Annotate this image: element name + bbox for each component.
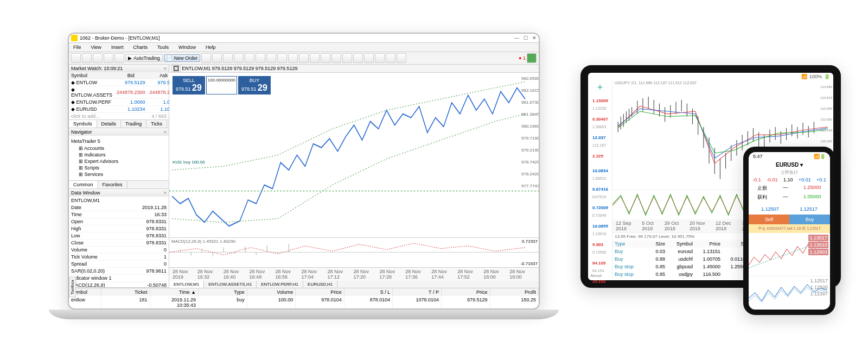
menu-charts[interactable]: Charts	[129, 43, 152, 52]
new-order-button[interactable]: 📄 New Order	[164, 54, 201, 62]
tab-ticks[interactable]: Ticks	[146, 120, 167, 128]
phone-close-order[interactable]: 平仓 #16910477 sell 1.10 在 1.12517	[749, 224, 830, 233]
toolbar-button[interactable]	[386, 53, 395, 63]
toolbar-button[interactable]	[82, 53, 92, 63]
tab-common[interactable]: Common	[69, 181, 98, 188]
macd-indicator[interactable]: MACD(12,26,9) 1.45321 1.40290 0.71537 -0…	[169, 238, 539, 268]
phone-sell-button[interactable]: Sell	[749, 215, 789, 224]
volume-step[interactable]: -0.01	[767, 177, 778, 182]
phone-buy-price: 1.12517	[800, 204, 818, 212]
tablet-quote[interactable]: 0.674160.67516	[588, 184, 612, 202]
toolbar-button[interactable]	[256, 53, 265, 63]
nav-indicators[interactable]: ⊞ Indicators	[71, 152, 167, 158]
phone-tick-chart: 1.130171.130101.12903	[749, 233, 830, 276]
toolbar-button[interactable]	[266, 53, 276, 63]
tab-symbols[interactable]: Symbols	[69, 120, 97, 128]
market-watch-panel: Market Watch: 15:09:21× SymbolBidAsk◆ EN…	[69, 65, 169, 128]
tab-trading[interactable]: Trading	[121, 120, 146, 128]
alert-icon[interactable]: ● 1	[519, 55, 526, 61]
tablet-quote[interactable]: 1.130091.13230	[588, 95, 612, 114]
nav-services[interactable]: ⊞ Services	[71, 171, 167, 178]
tablet-quotes[interactable]: + 1.130091.132300.304071.3066312.037112.…	[588, 80, 612, 278]
tablet-quote[interactable]: 0.304071.30663	[588, 114, 612, 132]
toolbar-button[interactable]	[353, 53, 363, 63]
toolbar-button[interactable]	[342, 53, 352, 63]
volume-step[interactable]: +0.01	[799, 177, 811, 182]
toolbar-button[interactable]	[299, 53, 309, 63]
tablet-quote[interactable]: 45.650	[588, 276, 612, 291]
signal-icon: 📶🔋	[814, 154, 826, 159]
quote-row[interactable]: ◆ EURUSD1.102341.10237	[69, 106, 180, 113]
tablet-quote[interactable]: 9.9030.72500	[588, 239, 612, 257]
titlebar: 1062 - Broker-Demo - [ENTLOW,M1] — ☐ ✕	[69, 34, 539, 43]
data-row: SAR(0.02,0.20)978.9611	[69, 268, 169, 275]
toolbar-button[interactable]	[104, 53, 113, 63]
toolbar-button[interactable]	[245, 53, 254, 63]
volume-step[interactable]: -0.1	[752, 177, 761, 182]
tablet-quote[interactable]: 2.225	[588, 150, 612, 165]
toolbar-button[interactable]	[212, 53, 222, 63]
tablet-quote[interactable]: 10.08341.00522	[588, 165, 612, 184]
close-icon[interactable]: ×	[164, 66, 167, 71]
toolbar-button[interactable]	[288, 53, 298, 63]
chart-tab[interactable]: ENTLOW,M1	[169, 281, 204, 288]
add-symbol[interactable]: click to add...	[71, 114, 100, 119]
minimize-button[interactable]: —	[514, 35, 519, 41]
toolbar-button[interactable]	[201, 53, 211, 63]
close-icon[interactable]: ×	[164, 190, 167, 196]
add-icon[interactable]: +	[588, 80, 612, 95]
toolbar-button[interactable]	[234, 53, 244, 63]
tab-details[interactable]: Details	[97, 120, 122, 128]
tablet-chart-title: USDJPY: D1, 111.980 112.107 111.512 112.…	[612, 80, 833, 85]
quote-row[interactable]: ◆ ENTLOW979.5129979.5129	[69, 79, 180, 86]
tab-favorites[interactable]: Favorites	[98, 181, 127, 188]
toolbar-button[interactable]	[375, 53, 385, 63]
close-icon[interactable]: ×	[164, 129, 167, 135]
toolbar-button[interactable]	[364, 53, 374, 63]
quote-row[interactable]: ◆ ENTLOW.PERF1.00001.0000	[69, 99, 180, 106]
menu-view[interactable]: View	[87, 43, 106, 52]
toolbar-button[interactable]	[114, 53, 124, 63]
phone-symbol[interactable]: EURUSD ▾	[749, 161, 830, 169]
toolbar-button[interactable]	[223, 53, 233, 63]
tp-value[interactable]: 1.05000	[803, 194, 821, 201]
volume-step[interactable]: 1.10	[783, 177, 793, 182]
chart-tab[interactable]: ENTLOW.ASSETS,H1	[204, 281, 257, 288]
toolbar-button[interactable]	[310, 53, 320, 63]
about-link[interactable]: About	[590, 273, 602, 278]
tablet-quote[interactable]: 10.08551.10918	[588, 220, 612, 239]
toolbar-button[interactable]	[321, 53, 330, 63]
volume-step[interactable]: +0.1	[816, 177, 826, 182]
chart-tab[interactable]: EURUSD,H1	[303, 281, 337, 288]
autotrading-button[interactable]: ▶ AutoTrading	[125, 54, 163, 62]
quote-row[interactable]: ◆ ENTLOW.ASSETS244878.2300244878.2300	[69, 86, 180, 99]
tree-root[interactable]: MetaTrader 5	[71, 138, 167, 144]
toolbar-button[interactable]	[93, 53, 103, 63]
nav-scripts[interactable]: ⊞ Scripts	[71, 165, 167, 171]
toolbar-button[interactable]	[71, 53, 81, 63]
data-row: Tick Volume1	[69, 254, 169, 261]
nav-expert-advisors[interactable]: ⊞ Expert Advisors	[71, 158, 167, 165]
toolbar-button[interactable]	[277, 53, 287, 63]
maximize-button[interactable]: ☐	[524, 35, 528, 41]
toolbar-button[interactable]	[397, 53, 406, 63]
tablet-quote[interactable]: 0.720090.72049	[588, 202, 612, 220]
tablet-quote[interactable]: 12.037112.107	[588, 132, 612, 150]
menu-help[interactable]: Help	[201, 43, 220, 52]
menu-window[interactable]: Window	[174, 43, 200, 52]
wifi-icon: 📶	[801, 74, 807, 79]
data-row: Volume0	[69, 247, 169, 254]
phone-buy-button[interactable]: Buy	[789, 215, 830, 224]
nav-accounts[interactable]: ⊞ Accounts	[71, 145, 167, 152]
sl-value[interactable]: 1.25000	[803, 185, 821, 192]
close-button[interactable]: ✕	[532, 35, 537, 41]
phone-exec-mode: 立即执行	[749, 169, 830, 176]
toolbar-button[interactable]	[331, 53, 341, 63]
data-row: MACD(12,26,9)-0.50748	[69, 282, 169, 288]
price-chart[interactable]: SELL979.51 29 100.00000000 BUY979.51 29 …	[169, 73, 539, 238]
menu-insert[interactable]: Insert	[107, 43, 128, 52]
menu-tools[interactable]: Tools	[153, 43, 173, 52]
toolbox-tab[interactable]: Toolbox	[69, 277, 76, 298]
menu-file[interactable]: File	[69, 43, 86, 52]
chart-tab[interactable]: ENTLOW.PERF,H1	[257, 281, 303, 288]
